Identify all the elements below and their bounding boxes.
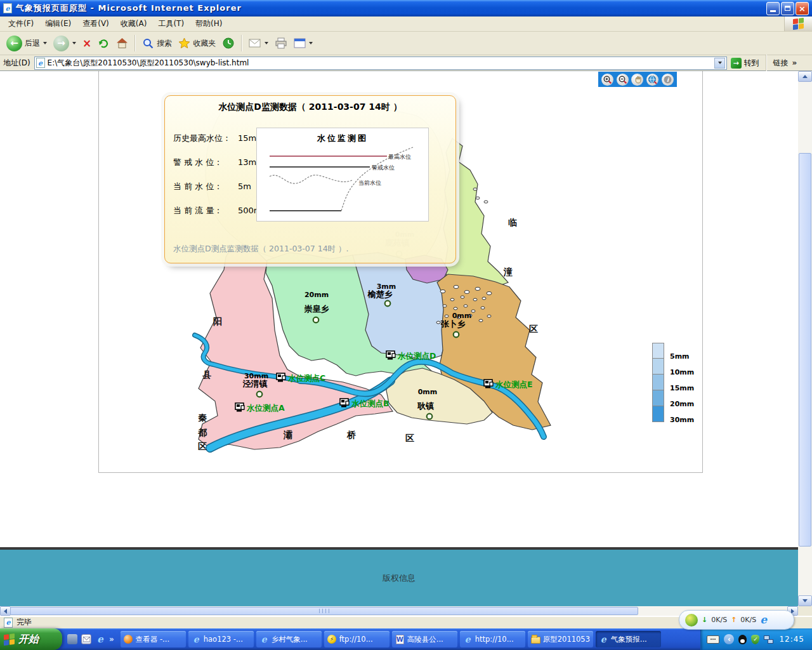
- minimize-button[interactable]: [766, 2, 780, 15]
- keyboard-icon[interactable]: [707, 635, 719, 644]
- quick-launch-ie-icon[interactable]: e: [95, 634, 105, 644]
- page-icon: e: [36, 58, 45, 68]
- forward-button[interactable]: →: [51, 34, 79, 53]
- station-d-popup[interactable]: 水位测点D监测数据（ 2011-03-07 14时 ） 历史最高水位：15m 警…: [164, 95, 456, 263]
- scroll-down-button[interactable]: [798, 595, 812, 606]
- chart-title: 水位监测图: [317, 133, 368, 143]
- net-speed-widget[interactable]: ↓ 0K/S ↑ 0K/S e: [679, 610, 794, 630]
- page-viewport: 阳 县 秦 都 区 临 潼 区 灞 桥 区 20mm 崇皇乡: [0, 71, 798, 606]
- legend-label: 5mm: [670, 352, 690, 361]
- legend-swatch: [652, 343, 664, 359]
- task-viewer[interactable]: 查看器 -...: [121, 631, 186, 647]
- toolbar-separator: [134, 35, 136, 51]
- town-marker-icon[interactable]: [454, 332, 459, 338]
- tray-collapse-icon[interactable]: ‹: [724, 634, 734, 644]
- qq-icon[interactable]: [738, 635, 747, 644]
- close-button[interactable]: ×: [796, 2, 809, 15]
- start-button[interactable]: 开始: [0, 628, 62, 650]
- rain-value: 20mm: [304, 291, 329, 299]
- security-shield-icon[interactable]: ✓: [751, 635, 759, 644]
- legend-swatch: [652, 406, 664, 422]
- menu-item-file[interactable]: 文件(F): [3, 16, 39, 32]
- home-button[interactable]: [114, 36, 131, 51]
- popup-row: 历史最高水位：15m: [173, 133, 256, 144]
- task-word-doc[interactable]: W 高陵县公...: [392, 631, 457, 647]
- favorites-button[interactable]: 收藏夹: [176, 36, 218, 51]
- legend-label: 15mm: [670, 384, 694, 392]
- viewer-icon: [124, 635, 133, 644]
- town-marker-icon[interactable]: [427, 414, 433, 420]
- back-button[interactable]: ← 后退: [4, 34, 49, 53]
- windows-logo: [784, 17, 812, 31]
- town-marker-icon[interactable]: [257, 392, 263, 397]
- task-weather-prototype[interactable]: e 气象预报...: [596, 631, 661, 647]
- globe-search-icon: [648, 75, 657, 84]
- mail-button[interactable]: [246, 36, 271, 50]
- row-value: 13m: [238, 157, 256, 167]
- ie-widget-icon[interactable]: e: [760, 614, 767, 625]
- station-label: 水位测点E: [495, 380, 533, 389]
- map-pan-button[interactable]: [631, 74, 643, 86]
- menu-item-tools[interactable]: 工具(T): [152, 16, 190, 32]
- restore-icon: [785, 6, 790, 11]
- town-name: 泾渭镇: [242, 379, 268, 388]
- popup-title: 水位测点D监测数据（ 2011-03-07 14时 ）: [165, 102, 455, 113]
- quick-launch-chevron-icon[interactable]: »: [109, 635, 114, 644]
- download-speed: 0K/S: [711, 616, 727, 624]
- map-full-extent-button[interactable]: [646, 74, 658, 86]
- row-label: 历史最高水位：: [173, 133, 234, 144]
- map-content-area: 阳 县 秦 都 区 临 潼 区 灞 桥 区 20mm 崇皇乡: [98, 71, 703, 473]
- rain-value: 0mm: [418, 388, 438, 396]
- map-info-button[interactable]: i: [662, 74, 674, 86]
- status-text: 完毕: [16, 617, 32, 628]
- scroll-left-button[interactable]: [0, 606, 11, 616]
- go-button[interactable]: → 转到: [731, 58, 759, 69]
- scrollbar-corner: [798, 606, 812, 616]
- task-http[interactable]: e http://10...: [460, 631, 525, 647]
- start-label: 开始: [18, 633, 39, 646]
- menu-item-view[interactable]: 查看(V): [77, 16, 115, 32]
- map-zoom-out-button[interactable]: [617, 74, 629, 86]
- quick-launch-mail-icon[interactable]: [81, 634, 91, 644]
- back-label: 后退: [25, 38, 40, 49]
- upload-arrow-icon: ↑: [731, 616, 737, 624]
- menu-item-favorites[interactable]: 收藏(A): [115, 16, 153, 32]
- status-page-icon: e: [4, 618, 13, 628]
- print-button[interactable]: [272, 36, 290, 51]
- vertical-scroll-thumb[interactable]: [799, 153, 811, 547]
- vertical-scrollbar[interactable]: [798, 71, 812, 606]
- horizontal-scrollbar[interactable]: [0, 606, 798, 616]
- popup-row: 警 戒 水 位：13m: [173, 157, 256, 168]
- task-folder[interactable]: 原型20110530: [528, 631, 593, 647]
- map-zoom-in-button[interactable]: [601, 74, 613, 86]
- address-label: 地址(D): [3, 58, 30, 69]
- edit-button[interactable]: [291, 36, 315, 50]
- town-marker-icon[interactable]: [385, 301, 391, 307]
- task-ftp[interactable]: ⚡ ftp://10...: [324, 631, 390, 647]
- menu-item-help[interactable]: 帮助(H): [190, 16, 228, 32]
- town-marker-icon[interactable]: [313, 317, 319, 323]
- address-input[interactable]: e E:\气象台\原型20110530\原型20110530\swyb-list…: [34, 56, 727, 70]
- info-icon: i: [663, 75, 672, 84]
- scroll-up-button[interactable]: [798, 71, 812, 82]
- restore-button[interactable]: [781, 2, 794, 15]
- network-icon[interactable]: [764, 635, 773, 644]
- refresh-button[interactable]: [95, 36, 112, 51]
- search-button[interactable]: 搜索: [140, 36, 174, 51]
- popup-row: 当 前 水 位：5m: [173, 181, 251, 192]
- stop-button[interactable]: ×: [80, 36, 94, 51]
- task-rural-weather[interactable]: e 乡村气象...: [256, 631, 322, 647]
- refresh-icon: [98, 37, 110, 50]
- links-chevron-icon[interactable]: »: [792, 58, 797, 67]
- quick-launch-messenger-icon[interactable]: [67, 634, 77, 644]
- history-button[interactable]: [219, 35, 237, 51]
- task-hao123[interactable]: e hao123 -...: [188, 631, 254, 647]
- address-dropdown-button[interactable]: [714, 58, 725, 69]
- address-text[interactable]: E:\气象台\原型20110530\原型20110530\swyb-list.h…: [48, 58, 712, 69]
- edit-window-icon: [294, 38, 306, 48]
- legend-label: 30mm: [670, 416, 694, 424]
- menu-item-edit[interactable]: 编辑(E): [39, 16, 77, 32]
- horizontal-scroll-thumb[interactable]: [10, 607, 638, 615]
- links-label[interactable]: 链接: [773, 58, 789, 69]
- safety-360-icon[interactable]: [685, 614, 698, 627]
